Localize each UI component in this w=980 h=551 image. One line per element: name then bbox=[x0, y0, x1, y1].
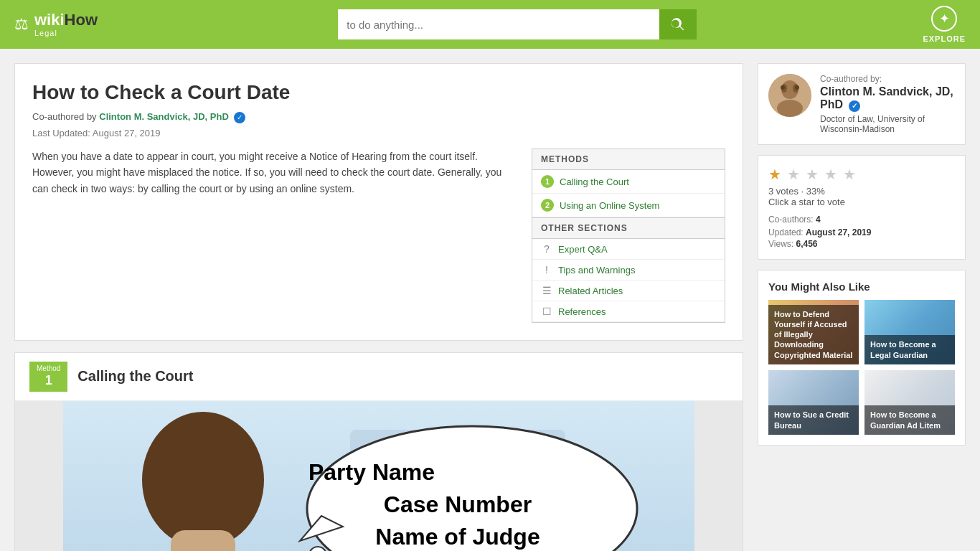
like-card-3-overlay: How to Sue a Credit Bureau bbox=[768, 405, 859, 435]
star-1[interactable]: ★ bbox=[768, 166, 781, 183]
explore-area[interactable]: ✦ EXPLORE bbox=[923, 6, 966, 43]
method-2-link[interactable]: Using an Online System bbox=[560, 200, 659, 211]
article-text: When you have a date to appear in court,… bbox=[32, 149, 517, 323]
method-image: Party Name Case Number Name of Judge bbox=[15, 401, 743, 551]
click-star-label: Click a star to vote bbox=[768, 197, 955, 207]
votes-text: 3 votes · 33% bbox=[768, 186, 955, 197]
search-input[interactable] bbox=[338, 9, 659, 39]
like-card-3[interactable]: How to Sue a Credit Bureau bbox=[768, 370, 859, 435]
coauthors-label: Co-authors: bbox=[768, 215, 814, 225]
stars-row: ★ ★ ★ ★ ★ bbox=[768, 166, 955, 183]
expert-qa-link[interactable]: Expert Q&A bbox=[558, 244, 608, 255]
main-container: How to Check a Court Date Co-authored by… bbox=[0, 49, 980, 551]
expert-qa-item[interactable]: ? Expert Q&A bbox=[532, 239, 725, 260]
author-info: Co-authored by: Clinton M. Sandvick, JD,… bbox=[820, 74, 955, 134]
stats-row: Co-authors: 4 bbox=[768, 215, 955, 225]
related-articles-link[interactable]: Related Articles bbox=[558, 286, 623, 296]
author-link[interactable]: Clinton M. Sandvick, JD, PhD bbox=[99, 111, 229, 122]
views-label: Views: bbox=[768, 239, 793, 249]
references-item[interactable]: ☐ References bbox=[532, 301, 725, 322]
coauthored-label: Co-authored by: bbox=[820, 74, 955, 84]
verified-check: ✓ bbox=[849, 100, 860, 112]
like-card-1-label: How to Defend Yourself if Accused of Ill… bbox=[774, 309, 853, 360]
references-link[interactable]: References bbox=[558, 306, 606, 317]
method-section: Method 1 Calling the Court bbox=[14, 352, 743, 551]
article-box: How to Check a Court Date Co-authored by… bbox=[14, 63, 743, 341]
article-date: Last Updated: August 27, 2019 bbox=[32, 128, 725, 138]
author-name-text: Clinton M. Sandvick, JD, PhD bbox=[820, 85, 953, 110]
header: ⚖ wikiHow Legal ✦ EXPLORE bbox=[0, 0, 980, 49]
star-2[interactable]: ★ bbox=[787, 166, 800, 183]
logo-legal-label: Legal bbox=[34, 29, 98, 37]
star-3[interactable]: ★ bbox=[806, 166, 819, 183]
methods-box: METHODS 1 Calling the Court 2 Using an O… bbox=[532, 149, 725, 323]
sidebar: Co-authored by: Clinton M. Sandvick, JD,… bbox=[758, 63, 966, 551]
like-card-4-label: How to Become a Guardian Ad Litem bbox=[870, 410, 949, 430]
svg-point-21 bbox=[781, 85, 785, 90]
court-illustration: Party Name Case Number Name of Judge bbox=[15, 401, 743, 551]
logo-area: ⚖ wikiHow Legal bbox=[14, 11, 98, 37]
how-text: How bbox=[65, 11, 98, 29]
method-1-link[interactable]: Calling the Court bbox=[560, 176, 629, 187]
tips-icon: ! bbox=[541, 264, 552, 276]
svg-rect-6 bbox=[171, 530, 235, 551]
method-badge: Method 1 bbox=[29, 362, 67, 392]
method-1-item[interactable]: 1 Calling the Court bbox=[532, 170, 725, 194]
views-value: 6,456 bbox=[796, 239, 817, 249]
stats-box: ★ ★ ★ ★ ★ 3 votes · 33% Click a star to … bbox=[758, 155, 966, 260]
like-card-2[interactable]: How to Become a Legal Guardian bbox=[864, 300, 955, 364]
coauthors-stat: Co-authors: 4 bbox=[768, 215, 821, 225]
method-title: Calling the Court bbox=[77, 368, 193, 385]
search-button[interactable] bbox=[659, 9, 697, 39]
like-card-1-overlay: How to Defend Yourself if Accused of Ill… bbox=[768, 305, 859, 364]
search-area bbox=[338, 9, 697, 39]
method-badge-label: Method bbox=[37, 364, 60, 373]
star-4[interactable]: ★ bbox=[824, 166, 837, 183]
svg-text:Case Number: Case Number bbox=[384, 491, 532, 517]
author-avatar bbox=[768, 74, 811, 117]
logo-text: wikiHow Legal bbox=[34, 11, 98, 37]
method-2-item[interactable]: 2 Using an Online System bbox=[532, 194, 725, 217]
verified-badge: ✓ bbox=[234, 112, 245, 123]
references-icon: ☐ bbox=[541, 306, 552, 317]
author-title-text: Doctor of Law, University of Wisconsin-M… bbox=[820, 114, 955, 134]
explore-globe-icon: ✦ bbox=[931, 6, 957, 32]
svg-point-18 bbox=[777, 100, 803, 117]
explore-label: EXPLORE bbox=[923, 34, 966, 43]
coauthored-prefix: Co-authored by bbox=[32, 111, 97, 122]
related-articles-item[interactable]: ☰ Related Articles bbox=[532, 281, 725, 301]
author-box: Co-authored by: Clinton M. Sandvick, JD,… bbox=[758, 63, 966, 145]
method-2-number: 2 bbox=[541, 199, 554, 212]
svg-point-5 bbox=[142, 412, 264, 548]
scales-icon: ⚖ bbox=[14, 15, 29, 34]
methods-header-label: METHODS bbox=[532, 149, 725, 170]
updated-label: Updated: bbox=[768, 227, 804, 237]
method-header: Method 1 Calling the Court bbox=[15, 353, 743, 401]
like-card-4-overlay: How to Become a Guardian Ad Litem bbox=[864, 405, 955, 435]
updated-value: August 27, 2019 bbox=[806, 227, 871, 237]
tips-warnings-link[interactable]: Tips and Warnings bbox=[558, 265, 635, 276]
related-icon: ☰ bbox=[541, 285, 552, 296]
expert-icon: ? bbox=[541, 243, 552, 255]
like-card-1[interactable]: How to Defend Yourself if Accused of Ill… bbox=[768, 300, 859, 364]
views-row: Views: 6,456 bbox=[768, 239, 955, 249]
article-title: How to Check a Court Date bbox=[32, 81, 725, 104]
article-meta: Co-authored by Clinton M. Sandvick, JD, … bbox=[32, 111, 725, 123]
like-card-4[interactable]: How to Become a Guardian Ad Litem bbox=[864, 370, 955, 435]
might-like-box: You Might Also Like How to Defend Yourse… bbox=[758, 270, 966, 446]
svg-text:Name of Judge: Name of Judge bbox=[375, 524, 540, 550]
coauthors-value: 4 bbox=[816, 215, 821, 225]
might-like-grid: How to Defend Yourself if Accused of Ill… bbox=[768, 300, 955, 435]
wiki-text: wiki bbox=[34, 11, 65, 29]
logo-wikihow[interactable]: wikiHow bbox=[34, 11, 98, 29]
tips-warnings-item[interactable]: ! Tips and Warnings bbox=[532, 260, 725, 281]
like-card-2-label: How to Become a Legal Guardian bbox=[870, 339, 949, 360]
svg-text:Party Name: Party Name bbox=[308, 459, 435, 485]
other-sections-header-label: OTHER SECTIONS bbox=[532, 217, 725, 239]
star-5[interactable]: ★ bbox=[843, 166, 856, 183]
method-1-number: 1 bbox=[541, 175, 554, 188]
like-card-3-label: How to Sue a Credit Bureau bbox=[774, 410, 853, 430]
method-badge-num: 1 bbox=[45, 373, 52, 389]
search-icon bbox=[670, 17, 686, 32]
svg-point-22 bbox=[795, 85, 799, 90]
